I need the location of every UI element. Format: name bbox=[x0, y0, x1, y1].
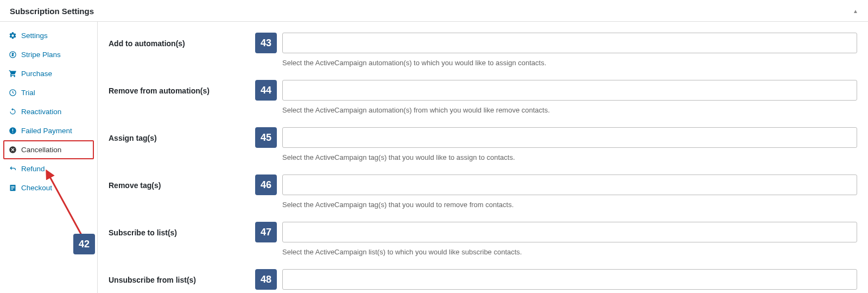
main-content: Add to automation(s) 43 Select the Activ… bbox=[98, 22, 868, 293]
field-help: Select the ActiveCampaign list(s) from w… bbox=[255, 290, 857, 293]
annotation-badge: 46 bbox=[255, 174, 277, 195]
page-title: Subscription Settings bbox=[10, 7, 94, 16]
sidebar-item-label: Failed Payment bbox=[21, 127, 72, 135]
sidebar-item-label: Stripe Plans bbox=[21, 51, 61, 59]
annotation-badge: 47 bbox=[255, 222, 277, 242]
dollar-circle-icon bbox=[9, 51, 17, 59]
svg-rect-9 bbox=[11, 189, 13, 189]
sidebar-item-label: Purchase bbox=[21, 70, 52, 78]
svg-rect-4 bbox=[12, 132, 13, 133]
field-label: Remove tag(s) bbox=[109, 174, 255, 190]
sidebar-item-settings[interactable]: Settings bbox=[0, 26, 97, 45]
field-help: Select the ActiveCampaign tag(s) that yo… bbox=[255, 195, 857, 216]
remove-from-automation-input[interactable] bbox=[282, 80, 857, 101]
sidebar-item-label: Trial bbox=[21, 89, 35, 97]
field-remove-tags: Remove tag(s) 46 Select the ActiveCampai… bbox=[98, 169, 868, 216]
add-to-automation-input[interactable] bbox=[282, 33, 857, 53]
annotation-badge: 44 bbox=[255, 80, 277, 101]
field-label: Subscribe to list(s) bbox=[109, 222, 255, 237]
sync-icon bbox=[9, 108, 17, 116]
sidebar-item-label: Settings bbox=[21, 32, 48, 40]
field-label: Remove from automation(s) bbox=[109, 80, 255, 95]
cart-icon bbox=[9, 70, 17, 78]
field-unsubscribe-lists: Unsubscribe from list(s) 48 Select the A… bbox=[98, 264, 868, 293]
field-remove-from-automation: Remove from automation(s) 44 Select the … bbox=[98, 74, 868, 122]
return-arrow-icon bbox=[9, 165, 17, 173]
subscribe-lists-input[interactable] bbox=[282, 222, 857, 242]
sidebar-item-refund[interactable]: Refund bbox=[0, 159, 97, 178]
sidebar-item-label: Refund bbox=[21, 165, 45, 173]
svg-rect-8 bbox=[11, 188, 14, 188]
annotation-badge: 43 bbox=[255, 33, 277, 53]
sidebar-item-stripe-plans[interactable]: Stripe Plans bbox=[0, 45, 97, 64]
annotation-badge: 45 bbox=[255, 127, 277, 148]
remove-tags-input[interactable] bbox=[282, 174, 857, 195]
field-help: Select the ActiveCampaign tag(s) that yo… bbox=[255, 148, 857, 169]
collapse-toggle-icon[interactable]: ▲ bbox=[853, 8, 858, 14]
gear-icon bbox=[9, 32, 17, 40]
sidebar-item-purchase[interactable]: Purchase bbox=[0, 64, 97, 83]
sidebar: Settings Stripe Plans Purchase Trial Rea bbox=[0, 22, 98, 293]
sidebar-item-trial[interactable]: Trial bbox=[0, 83, 97, 102]
field-help: Select the ActiveCampaign automation(s) … bbox=[255, 53, 857, 74]
x-circle-icon bbox=[9, 146, 17, 154]
assign-tags-input[interactable] bbox=[282, 127, 857, 148]
sidebar-item-checkout[interactable]: Checkout bbox=[0, 178, 97, 197]
sidebar-item-label: Checkout bbox=[21, 184, 52, 192]
sidebar-item-label: Reactivation bbox=[21, 108, 61, 116]
sidebar-item-failed-payment[interactable]: Failed Payment bbox=[0, 121, 97, 140]
field-subscribe-lists: Subscribe to list(s) 47 Select the Activ… bbox=[98, 216, 868, 264]
unsubscribe-lists-input[interactable] bbox=[282, 269, 857, 290]
field-add-to-automation: Add to automation(s) 43 Select the Activ… bbox=[98, 27, 868, 74]
field-assign-tags: Assign tag(s) 45 Select the ActiveCampai… bbox=[98, 122, 868, 169]
sidebar-item-label: Cancellation bbox=[21, 146, 61, 154]
field-label: Add to automation(s) bbox=[109, 33, 255, 48]
exclamation-circle-icon bbox=[9, 127, 17, 135]
field-help: Select the ActiveCampaign list(s) to whi… bbox=[255, 242, 857, 264]
panel-body: Settings Stripe Plans Purchase Trial Rea bbox=[0, 22, 868, 293]
field-label: Assign tag(s) bbox=[109, 127, 255, 142]
panel-header: Subscription Settings ▲ bbox=[0, 0, 868, 22]
annotation-badge-42: 42 bbox=[73, 234, 95, 254]
sidebar-item-cancellation[interactable]: Cancellation bbox=[3, 140, 94, 159]
field-help: Select the ActiveCampaign automation(s) … bbox=[255, 101, 857, 122]
svg-rect-3 bbox=[12, 129, 13, 132]
form-icon bbox=[9, 184, 17, 192]
clock-icon bbox=[9, 89, 17, 97]
annotation-badge: 48 bbox=[255, 269, 277, 290]
svg-rect-7 bbox=[11, 186, 14, 186]
field-label: Unsubscribe from list(s) bbox=[109, 269, 255, 284]
sidebar-item-reactivation[interactable]: Reactivation bbox=[0, 102, 97, 121]
